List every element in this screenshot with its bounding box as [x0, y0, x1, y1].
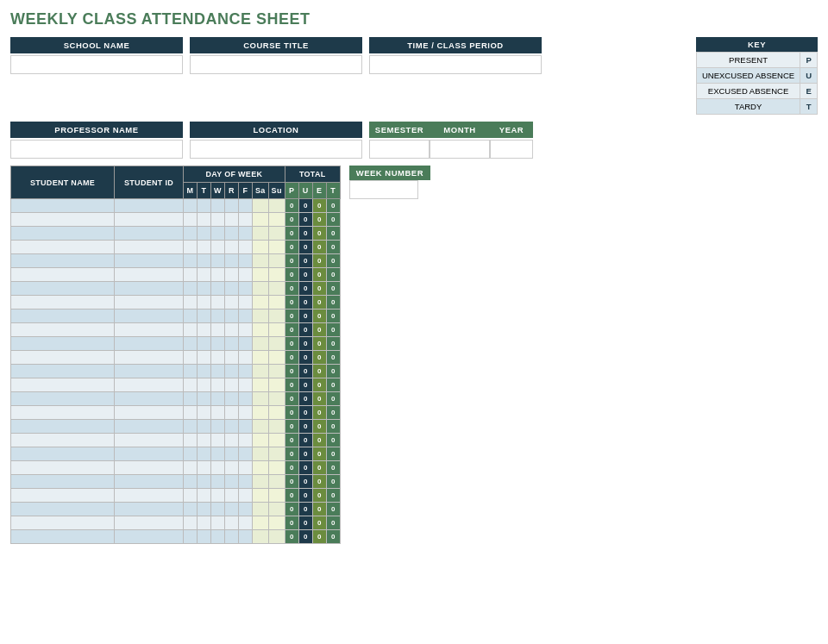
day-cell[interactable]	[239, 213, 253, 227]
day-cell[interactable]	[198, 213, 211, 227]
day-cell[interactable]	[211, 378, 225, 392]
day-cell[interactable]	[225, 309, 239, 323]
course-title-input[interactable]	[190, 55, 362, 74]
school-name-input[interactable]	[10, 55, 183, 74]
student-id-cell[interactable]	[115, 323, 184, 337]
day-cell[interactable]	[239, 406, 253, 420]
day-cell[interactable]	[198, 406, 211, 420]
day-cell[interactable]	[198, 489, 211, 503]
day-cell[interactable]	[239, 268, 253, 282]
weekend-day-cell[interactable]	[268, 241, 285, 254]
student-name-cell[interactable]	[11, 447, 115, 461]
weekend-day-cell[interactable]	[268, 530, 285, 544]
day-cell[interactable]	[211, 254, 225, 268]
student-name-cell[interactable]	[11, 199, 115, 213]
day-cell[interactable]	[211, 241, 225, 254]
day-cell[interactable]	[198, 227, 211, 241]
day-cell[interactable]	[239, 516, 253, 530]
weekend-day-cell[interactable]	[253, 227, 269, 241]
day-cell[interactable]	[225, 516, 239, 530]
day-cell[interactable]	[211, 199, 225, 213]
student-name-cell[interactable]	[11, 268, 115, 282]
day-cell[interactable]	[225, 461, 239, 475]
day-cell[interactable]	[225, 241, 239, 254]
student-name-cell[interactable]	[11, 530, 115, 544]
day-cell[interactable]	[225, 392, 239, 406]
weekend-day-cell[interactable]	[253, 516, 269, 530]
day-cell[interactable]	[198, 392, 211, 406]
student-id-cell[interactable]	[115, 282, 184, 296]
student-name-cell[interactable]	[11, 296, 115, 309]
student-id-cell[interactable]	[115, 268, 184, 282]
weekend-day-cell[interactable]	[253, 406, 269, 420]
day-cell[interactable]	[211, 282, 225, 296]
student-id-cell[interactable]	[115, 365, 184, 378]
day-cell[interactable]	[198, 530, 211, 544]
weekend-day-cell[interactable]	[253, 199, 269, 213]
year-input[interactable]	[490, 140, 533, 159]
day-cell[interactable]	[239, 323, 253, 337]
student-id-cell[interactable]	[115, 420, 184, 434]
weekend-day-cell[interactable]	[268, 282, 285, 296]
day-cell[interactable]	[211, 213, 225, 227]
student-id-cell[interactable]	[115, 337, 184, 351]
day-cell[interactable]	[184, 365, 198, 378]
day-cell[interactable]	[198, 461, 211, 475]
day-cell[interactable]	[198, 323, 211, 337]
day-cell[interactable]	[225, 434, 239, 447]
day-cell[interactable]	[198, 365, 211, 378]
student-name-cell[interactable]	[11, 213, 115, 227]
day-cell[interactable]	[198, 337, 211, 351]
weekend-day-cell[interactable]	[253, 268, 269, 282]
weekend-day-cell[interactable]	[268, 268, 285, 282]
day-cell[interactable]	[225, 378, 239, 392]
day-cell[interactable]	[198, 296, 211, 309]
student-name-cell[interactable]	[11, 406, 115, 420]
day-cell[interactable]	[211, 516, 225, 530]
weekend-day-cell[interactable]	[253, 254, 269, 268]
student-id-cell[interactable]	[115, 447, 184, 461]
weekend-day-cell[interactable]	[253, 503, 269, 516]
day-cell[interactable]	[184, 516, 198, 530]
weekend-day-cell[interactable]	[253, 420, 269, 434]
student-id-cell[interactable]	[115, 378, 184, 392]
day-cell[interactable]	[184, 309, 198, 323]
student-name-cell[interactable]	[11, 323, 115, 337]
day-cell[interactable]	[225, 337, 239, 351]
student-name-cell[interactable]	[11, 337, 115, 351]
weekend-day-cell[interactable]	[268, 254, 285, 268]
day-cell[interactable]	[239, 530, 253, 544]
student-id-cell[interactable]	[115, 434, 184, 447]
student-name-cell[interactable]	[11, 309, 115, 323]
student-id-cell[interactable]	[115, 227, 184, 241]
day-cell[interactable]	[184, 351, 198, 365]
weekend-day-cell[interactable]	[253, 309, 269, 323]
day-cell[interactable]	[225, 282, 239, 296]
day-cell[interactable]	[211, 392, 225, 406]
day-cell[interactable]	[184, 268, 198, 282]
day-cell[interactable]	[211, 323, 225, 337]
student-name-cell[interactable]	[11, 475, 115, 489]
weekend-day-cell[interactable]	[268, 489, 285, 503]
student-id-cell[interactable]	[115, 351, 184, 365]
day-cell[interactable]	[211, 296, 225, 309]
day-cell[interactable]	[225, 227, 239, 241]
student-id-cell[interactable]	[115, 516, 184, 530]
semester-input[interactable]	[369, 140, 430, 159]
student-name-cell[interactable]	[11, 241, 115, 254]
day-cell[interactable]	[239, 420, 253, 434]
day-cell[interactable]	[225, 420, 239, 434]
day-cell[interactable]	[184, 254, 198, 268]
day-cell[interactable]	[184, 199, 198, 213]
day-cell[interactable]	[225, 447, 239, 461]
student-id-cell[interactable]	[115, 309, 184, 323]
day-cell[interactable]	[239, 378, 253, 392]
day-cell[interactable]	[198, 503, 211, 516]
day-cell[interactable]	[239, 309, 253, 323]
day-cell[interactable]	[211, 406, 225, 420]
student-name-cell[interactable]	[11, 351, 115, 365]
day-cell[interactable]	[184, 282, 198, 296]
day-cell[interactable]	[239, 489, 253, 503]
day-cell[interactable]	[225, 365, 239, 378]
student-name-cell[interactable]	[11, 516, 115, 530]
